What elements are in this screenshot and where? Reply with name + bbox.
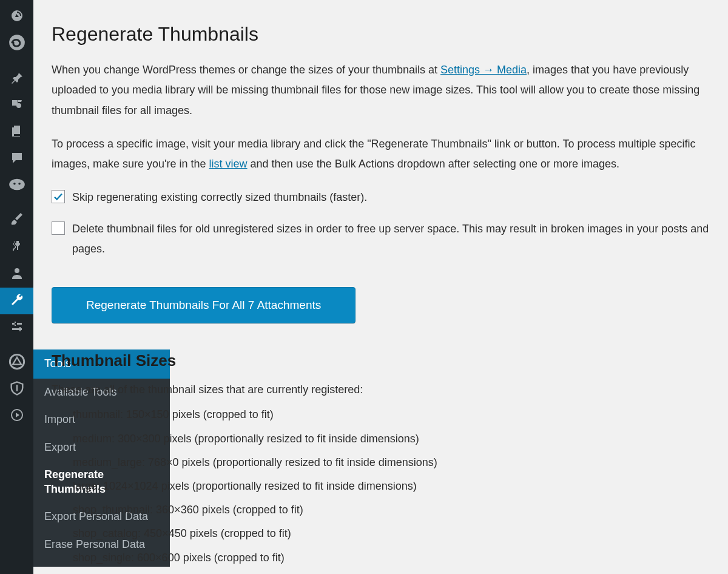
svg-point-4 [15, 268, 19, 273]
sidebar-item-comments[interactable] [0, 146, 33, 172]
pin-icon [10, 70, 24, 88]
intro-1a: When you change WordPress themes or chan… [52, 64, 440, 76]
size-item: medium: 300×300 pixels (proportionally r… [73, 431, 710, 447]
size-item: shop_thumbnail: 360×360 pixels (cropped … [73, 502, 710, 518]
size-item: shop_single: 600×600 pixels (cropped to … [73, 550, 710, 566]
option-delete-old: Delete thumbnail files for old unregiste… [52, 219, 710, 260]
dashboard-icon [10, 8, 24, 26]
sidebar-item-settings[interactable] [0, 314, 33, 341]
face-icon [8, 176, 25, 196]
svg-point-1 [9, 178, 25, 190]
plug-icon [10, 239, 24, 257]
check-icon [53, 191, 64, 202]
thumbnail-sizes-intro: These are all of the thumbnail sizes tha… [52, 383, 710, 396]
settings-media-link[interactable]: Settings → Media [440, 64, 527, 76]
sidebar-item-plugin-1[interactable] [0, 30, 33, 57]
thumbnail-sizes-heading: Thumbnail Sizes [52, 351, 710, 370]
sidebar-item-media[interactable] [0, 92, 33, 119]
main-content: Regenerate Thumbnails When you change Wo… [33, 0, 728, 574]
media-icon [10, 97, 24, 115]
brush-icon [10, 212, 24, 230]
sidebar-item-plugin-5[interactable] [0, 403, 33, 430]
option-skip-existing: Skip regenerating existing correctly siz… [52, 187, 710, 208]
sliders-icon [10, 319, 24, 337]
triangle-icon [8, 353, 25, 373]
intro-paragraph-1: When you change WordPress themes or chan… [52, 60, 710, 121]
svg-point-2 [13, 183, 16, 185]
delete-old-label[interactable]: Delete thumbnail files for old unregiste… [72, 219, 710, 260]
sidebar-item-posts[interactable] [0, 66, 33, 92]
size-item: shop_catalog: 450×450 pixels (cropped to… [73, 526, 710, 541]
svg-point-3 [18, 183, 21, 185]
shield-icon [8, 380, 25, 400]
skip-existing-label[interactable]: Skip regenerating existing correctly siz… [72, 187, 710, 208]
admin-sidebar [0, 0, 33, 574]
user-icon [10, 266, 24, 283]
sidebar-item-plugins[interactable] [0, 234, 33, 261]
play-icon [10, 408, 24, 425]
size-item: large: 1024×1024 pixels (proportionally … [73, 479, 710, 494]
comment-icon [10, 150, 24, 168]
regenerate-all-button[interactable]: Regenerate Thumbnails For All 7 Attachme… [52, 287, 356, 323]
sidebar-item-tools[interactable] [0, 288, 33, 314]
sidebar-item-plugin-2[interactable] [0, 172, 33, 199]
wrench-icon [10, 292, 24, 310]
page-title: Regenerate Thumbnails [52, 23, 710, 46]
spiral-icon [8, 34, 25, 54]
intro-2b: and then use the Bulk Actions dropdown a… [248, 158, 619, 170]
size-item: thumbnail: 150×150 pixels (cropped to fi… [73, 407, 710, 422]
pages-icon [10, 124, 24, 141]
sidebar-item-plugin-4[interactable] [0, 376, 33, 403]
skip-existing-checkbox[interactable] [52, 190, 65, 203]
list-view-link[interactable]: list view [209, 158, 248, 170]
sidebar-item-plugin-3[interactable] [0, 349, 33, 376]
intro-paragraph-2: To process a specific image, visit your … [52, 134, 710, 175]
sidebar-item-users[interactable] [0, 261, 33, 288]
thumbnail-sizes-list: thumbnail: 150×150 pixels (cropped to fi… [52, 407, 710, 565]
size-item: medium_large: 768×0 pixels (proportional… [73, 455, 710, 470]
sidebar-item-dashboard[interactable] [0, 4, 33, 30]
sidebar-item-pages[interactable] [0, 119, 33, 146]
delete-old-checkbox[interactable] [52, 221, 65, 235]
sidebar-item-appearance[interactable] [0, 208, 33, 234]
